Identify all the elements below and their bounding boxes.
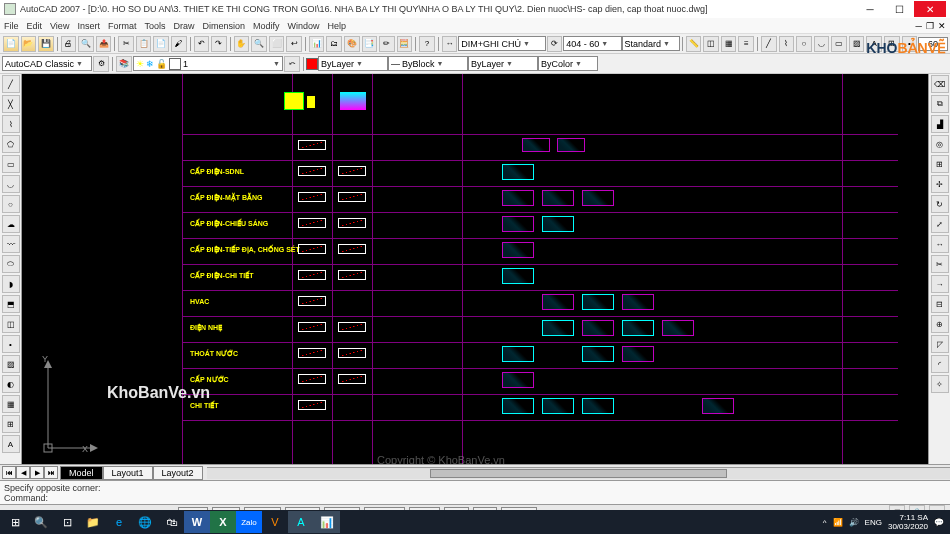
tab-prev-button[interactable]: ◀	[16, 466, 30, 479]
preview-button[interactable]: 🔍	[78, 36, 94, 52]
circle-icon[interactable]: ○	[2, 195, 20, 213]
area-button[interactable]: ◫	[703, 36, 719, 52]
doc-minimize-icon[interactable]: ─	[916, 21, 922, 31]
array-icon[interactable]: ⊞	[931, 155, 949, 173]
tab-first-button[interactable]: ⏮	[2, 466, 16, 479]
polygon-icon[interactable]: ⬠	[2, 135, 20, 153]
chamfer-icon[interactable]: ◸	[931, 335, 949, 353]
menu-format[interactable]: Format	[108, 21, 137, 31]
command-line[interactable]: Specify opposite corner: Command:	[0, 480, 950, 504]
menu-dimension[interactable]: Dimension	[202, 21, 245, 31]
explorer-icon[interactable]: 📁	[80, 511, 106, 533]
zoom-win-button[interactable]: ⬜	[269, 36, 285, 52]
menu-draw[interactable]: Draw	[173, 21, 194, 31]
tray-up-icon[interactable]: ^	[823, 518, 827, 527]
undo-button[interactable]: ↶	[194, 36, 210, 52]
dc-button[interactable]: 🗂	[326, 36, 342, 52]
tab-last-button[interactable]: ⏭	[44, 466, 58, 479]
menu-view[interactable]: View	[50, 21, 69, 31]
ellipse-arc-icon[interactable]: ◗	[2, 275, 20, 293]
extend-icon[interactable]: →	[931, 275, 949, 293]
arc-tool-button[interactable]: ◡	[814, 36, 830, 52]
hatch-icon[interactable]: ▨	[2, 355, 20, 373]
tray-network-icon[interactable]: 📶	[833, 518, 843, 527]
doc-restore-icon[interactable]: ❐	[926, 21, 934, 31]
textstyle-dropdown[interactable]: 404 - 60▼	[563, 36, 621, 51]
offset-icon[interactable]: ◎	[931, 135, 949, 153]
tab-model[interactable]: Model	[60, 466, 103, 480]
make-block-icon[interactable]: ◫	[2, 315, 20, 333]
move-icon[interactable]: ✢	[931, 175, 949, 193]
region-icon[interactable]: ▦	[2, 395, 20, 413]
circle-tool-button[interactable]: ○	[796, 36, 812, 52]
zalo-icon[interactable]: Zalo	[236, 511, 262, 533]
mtext-icon[interactable]: A	[2, 435, 20, 453]
zoom-button[interactable]: 🔍	[251, 36, 267, 52]
tray-lang[interactable]: ENG	[865, 518, 882, 527]
save-button[interactable]: 💾	[38, 36, 54, 52]
line-icon[interactable]: ╱	[2, 75, 20, 93]
region-button[interactable]: ▦	[721, 36, 737, 52]
tool-pal-button[interactable]: 🎨	[344, 36, 360, 52]
match-button[interactable]: 🖌	[171, 36, 187, 52]
stretch-icon[interactable]: ↔	[931, 235, 949, 253]
sheet-button[interactable]: 📑	[362, 36, 378, 52]
excel-icon[interactable]: X	[210, 511, 236, 533]
tray-clock[interactable]: 7:11 SA 30/03/2020	[888, 513, 928, 531]
fillet-icon[interactable]: ◜	[931, 355, 949, 373]
tray-notif-icon[interactable]: 💬	[934, 518, 944, 527]
start-button[interactable]: ⊞	[2, 511, 28, 533]
menu-edit[interactable]: Edit	[27, 21, 43, 31]
app-task-icon[interactable]: 📊	[314, 511, 340, 533]
tray-volume-icon[interactable]: 🔊	[849, 518, 859, 527]
layer-dropdown[interactable]: ☀❄🔓 1▼	[133, 56, 283, 71]
revcloud-icon[interactable]: ☁	[2, 215, 20, 233]
copy-obj-icon[interactable]: ⧉	[931, 95, 949, 113]
maximize-button[interactable]: ☐	[885, 1, 913, 17]
color-dropdown[interactable]: ByLayer▼	[318, 56, 388, 71]
arc-icon[interactable]: ◡	[2, 175, 20, 193]
trim-icon[interactable]: ✂	[931, 255, 949, 273]
dim-update-button[interactable]: ⟳	[547, 36, 563, 52]
calc-button[interactable]: 🧮	[397, 36, 413, 52]
break-icon[interactable]: ⊟	[931, 295, 949, 313]
print-button[interactable]: 🖨	[61, 36, 77, 52]
cut-button[interactable]: ✂	[118, 36, 134, 52]
doc-close-icon[interactable]: ✕	[938, 21, 946, 31]
copy-button[interactable]: 📋	[136, 36, 152, 52]
spline-icon[interactable]: 〰	[2, 235, 20, 253]
color-swatch[interactable]	[306, 58, 318, 70]
markup-button[interactable]: ✏	[379, 36, 395, 52]
plotstyle-dropdown[interactable]: ByLayer▼	[468, 56, 538, 71]
menu-modify[interactable]: Modify	[253, 21, 280, 31]
open-button[interactable]: 📂	[21, 36, 37, 52]
lineweight-dropdown[interactable]: —ByBlock▼	[388, 56, 468, 71]
mirror-icon[interactable]: ▟	[931, 115, 949, 133]
paste-button[interactable]: 📄	[153, 36, 169, 52]
dim-icon[interactable]: ↔	[442, 36, 458, 52]
join-icon[interactable]: ⊕	[931, 315, 949, 333]
properties-button[interactable]: 📊	[309, 36, 325, 52]
chrome-icon[interactable]: 🌐	[132, 511, 158, 533]
gradient-icon[interactable]: ◐	[2, 375, 20, 393]
zoom-prev-button[interactable]: ↩	[286, 36, 302, 52]
line-tool-button[interactable]: ╱	[761, 36, 777, 52]
pline-icon[interactable]: ⌇	[2, 115, 20, 133]
table-icon[interactable]: ⊞	[2, 415, 20, 433]
tablestyle-dropdown[interactable]: Standard▼	[622, 36, 680, 51]
insert-block-icon[interactable]: ⬒	[2, 295, 20, 313]
point-icon[interactable]: •	[2, 335, 20, 353]
dimstyle-dropdown[interactable]: DIM+GHI CHÚ▼	[458, 36, 545, 51]
store-icon[interactable]: 🛍	[158, 511, 184, 533]
xline-icon[interactable]: ╳	[2, 95, 20, 113]
close-button[interactable]: ✕	[914, 1, 946, 17]
ws-settings-button[interactable]: ⚙	[93, 56, 109, 72]
ellipse-icon[interactable]: ⬭	[2, 255, 20, 273]
menu-file[interactable]: File	[4, 21, 19, 31]
pline-tool-button[interactable]: ⌇	[779, 36, 795, 52]
layer-prev-button[interactable]: ⤺	[284, 56, 300, 72]
redo-button[interactable]: ↷	[211, 36, 227, 52]
drawing-canvas[interactable]: CẤP ĐIỆN-SDNLCẤP ĐIỆN-MẶT BẰNGCẤP ĐIỆN-C…	[22, 74, 928, 464]
publish-button[interactable]: 📤	[96, 36, 112, 52]
help-button[interactable]: ?	[419, 36, 435, 52]
